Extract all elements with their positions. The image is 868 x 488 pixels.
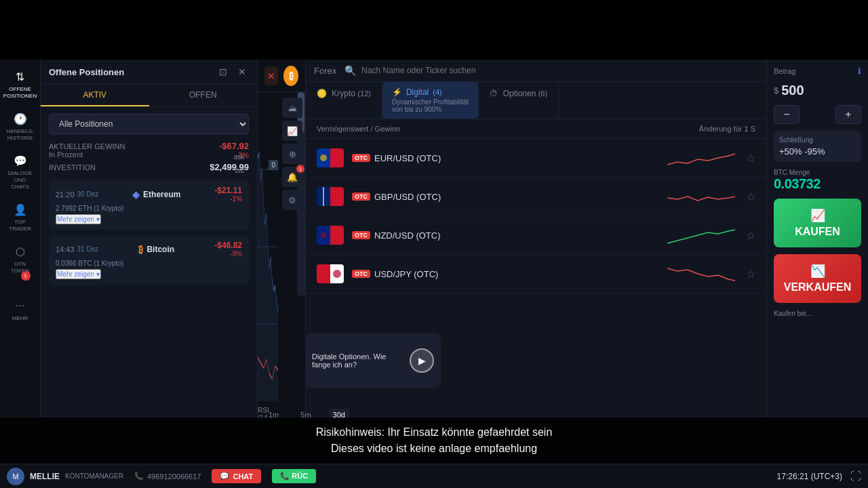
sidebar-label-dialoge: DIALOGE UNDCHATS [5,170,35,190]
trade-pct-eth: -1% [214,195,242,203]
asset-row-gbp-usd[interactable]: OTC GBP/USD (OTC) ☆ [306,178,766,216]
buy-button[interactable]: 📈 KAUFEN [774,199,861,247]
trade-item-bitcoin[interactable]: 14:43 31 Dez ₿ Bitcoin -$46.82 -9% 0.036… [49,235,249,285]
tab-aktiv[interactable]: AKTIV [41,85,149,106]
chart-tools: ⛰ 📈 ⊕ 🔔 1 ⚙ [279,92,305,216]
lightning-icon: ⚡ [392,87,402,97]
chart-svg: ask bid 0 [258,92,278,401]
asset-list-panel: Forex 🔍 🪙 Krypto (12) ⚡ Digital (4) Dyna… [305,60,766,428]
schliessung-value: +50% -95% [779,146,856,157]
flag-left-us4 [317,264,330,283]
flag-right-us2 [330,187,344,206]
svg-point-6 [321,232,326,238]
trade-asset-eth: ◆ Ethereum [132,189,180,200]
subtitle-area: Risikohinweis: Ihr Einsatz könnte gefaeh… [0,418,868,464]
plus-btn[interactable]: + [835,105,861,124]
chart-mode-btn[interactable]: 📈 [282,121,302,141]
category-digital-count: (4) [433,88,441,96]
category-krypto[interactable]: 🪙 Krypto (12) [306,82,382,119]
panel-controls: ⊡ ✕ [216,65,249,79]
betrag-display: $ 500 [774,83,861,98]
star-btn-gbp[interactable]: ☆ [746,190,755,203]
mehr-zeigen-eth[interactable]: Mehr zeigen ▾ [56,214,101,224]
ruck-button[interactable]: 📞 RÜC [272,469,316,483]
flag-gbp-usd [317,187,344,206]
flag-left-eu [317,148,330,167]
chart-close-btn[interactable]: ✕ [264,66,278,85]
header-change: Änderung für 1 S [699,125,755,133]
sidebar-item-mehr[interactable]: ··· MEHR [3,294,38,326]
flag-eur-usd [317,148,344,167]
notification-badge: 1 [21,271,31,281]
category-digital-label: Digital [406,87,429,97]
asset-search-input[interactable] [361,66,758,75]
promo-card[interactable]: Digitale Optionen. Wie fange ich an? ▶ [305,333,441,388]
svg-point-4 [320,155,327,161]
chat-button[interactable]: 💬 CHAT [212,469,261,483]
panel-tabs: AKTIV OFFEN [41,85,257,107]
username: MELLIE [30,472,60,481]
positions-filter[interactable]: Alle Positionen [49,114,249,134]
positions-panel: Offene Positionen ⊡ ✕ AKTIV OFFEN Alle P… [41,60,258,428]
sidebar-item-handels-historie[interactable]: 🕐 HANDELS-HISTORIE [3,107,38,145]
chart-up-icon: 📈 [810,208,825,223]
star-btn-nzd[interactable]: ☆ [746,229,755,242]
ask-label: ask [233,153,244,161]
trade-item-ethereum[interactable]: 21:20 30 Dez ◆ Ethereum -$21.11 -1% 2.79… [49,180,249,230]
person-icon: 👤 [13,202,28,217]
fullscreen-btn[interactable]: ⛶ [850,470,861,483]
mini-chart-nzd [667,223,735,247]
time-display: 17:26:21 (UTC+3) [777,472,842,481]
mehr-zeigen-btc[interactable]: Mehr zeigen ▾ [56,269,101,279]
sidebar-item-otn-token[interactable]: ⬡ OTNTOKEN 1 [3,240,38,289]
bell-badge: 1 [296,165,304,173]
play-button[interactable]: ▶ [410,348,434,373]
cursor-btn[interactable]: ⊕ [282,144,302,164]
phone2-icon: 📞 [280,472,290,480]
header-asset: Vermögenswert / Gewinn [317,125,400,133]
flag-nzd-usd [317,226,344,245]
minus-btn[interactable]: − [774,105,800,124]
trade-pct-btc: -9% [214,250,242,258]
trade-asset-btc: ₿ Bitcoin [138,244,174,255]
category-optionen[interactable]: ⏱ Optionen (6) [479,82,559,119]
sidebar-item-top-trader[interactable]: 👤 TOPTRADER [3,198,38,236]
clock2-icon: ⏱ [490,89,498,98]
promo-text: Digitale Optionen. Wie fange ich an? [312,352,404,369]
arrows-icon: ⇅ [13,69,28,84]
trade-date-btc: 31 Dez [77,245,99,253]
panel-close-btn[interactable]: ✕ [235,65,249,79]
asset-categories: 🪙 Krypto (12) ⚡ Digital (4) Dynamischer … [306,82,766,119]
asset-row-usd-jpy[interactable]: OTC USD/JPY (OTC) ☆ [306,255,766,293]
btc-menge-label: BTC Menge [774,169,861,176]
bottom-right: 17:26:21 (UTC+3) ⛶ [777,470,861,483]
mountain-chart-btn[interactable]: ⛰ [282,98,302,118]
asset-row-nzd-usd[interactable]: OTC NZD/USD (OTC) ☆ [306,216,766,255]
star-btn-usd-jpy[interactable]: ☆ [746,268,755,281]
sidebar-label-handels: HANDELS-HISTORIE [6,128,33,141]
right-panel: Betrag ℹ $ 500 − + Schließung +50% -95% … [766,60,868,428]
play-icon: ▶ [418,355,426,366]
svg-point-7 [333,270,341,278]
star-btn-eur[interactable]: ☆ [746,152,755,165]
subtitle-line-2: Dieses video ist keine anlage empfaehlun… [7,441,861,457]
asset-name-eur-usd: EUR/USD (OTC) [374,153,656,163]
mini-chart-usd-jpy [667,262,735,286]
role-label: KONTOMANAGER [65,472,123,480]
tab-offen[interactable]: OFFEN [149,85,258,106]
panel-content: Alle Positionen AKTUELLER GEWINN In Proz… [41,107,257,428]
panel-minimize-btn[interactable]: ⊡ [216,65,230,79]
category-digital[interactable]: ⚡ Digital (4) Dynamischer Profitabilität… [382,82,479,119]
trade-pnl-btc: -$46.82 [214,241,242,250]
asset-name-nzd-usd: NZD/USD (OTC) [374,230,656,241]
settings-chart-btn[interactable]: ⚙ [282,190,302,210]
sidebar-item-offene-positionen[interactable]: ⇅ OFFENE POSITIONEN [3,65,38,103]
flag-left-nz [317,226,330,245]
flag-left-gb [317,187,330,206]
eth-icon: ◆ [132,189,140,200]
sell-button[interactable]: 📉 VERKAUFEN [774,254,861,303]
digital-desc: Dynamischer Profitabilitätvon bis zu 900… [392,98,469,113]
sidebar-item-dialoge-chats[interactable]: 💬 DIALOGE UNDCHATS [3,149,38,194]
notification-chart-btn[interactable]: 🔔 1 [282,167,302,187]
asset-row-eur-usd[interactable]: OTC EUR/USD (OTC) ☆ [306,139,766,178]
